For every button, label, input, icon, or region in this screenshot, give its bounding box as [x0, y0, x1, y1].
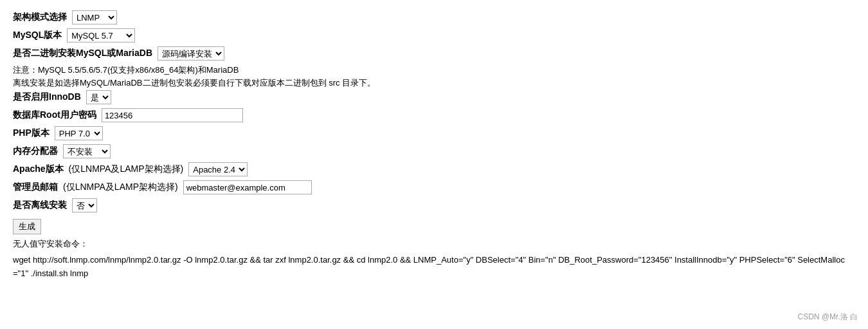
email-input[interactable]	[183, 180, 312, 194]
command-label: 无人值守安装命令：	[13, 238, 855, 250]
php-row: PHP版本 PHP 5.2 PHP 5.3 PHP 5.4 PHP 5.5 PH…	[13, 126, 855, 140]
generate-row: 生成	[13, 216, 855, 238]
email-label: 管理员邮箱	[13, 182, 58, 193]
apache-label: Apache版本	[13, 164, 64, 175]
note2: 离线安装是如选择MySQL/MariaDB二进制包安装必须要自行下载对应版本二进…	[13, 77, 855, 89]
php-select[interactable]: PHP 5.2 PHP 5.3 PHP 5.4 PHP 5.5 PHP 5.6 …	[55, 126, 103, 140]
innodb-label: 是否启用InnoDB	[13, 91, 81, 103]
apache-select[interactable]: Apache 2.2 Apache 2.4	[188, 162, 248, 176]
malloc-select[interactable]: 不安装 jemalloc tcmalloc	[63, 144, 111, 158]
arch-row: 架构模式选择 LNMP LNMPA LAMP	[13, 10, 855, 24]
email-row: 管理员邮箱 (仅LNMPA及LAMP架构选择)	[13, 180, 855, 194]
mysql-select[interactable]: MySQL 5.5 MySQL 5.6 MySQL 5.7 MySQL 8.0 …	[67, 28, 135, 42]
binary-select[interactable]: 源码编译安装 二进制安装	[158, 46, 224, 61]
apache-row: Apache版本 (仅LNMPA及LAMP架构选择) Apache 2.2 Ap…	[13, 162, 855, 176]
innodb-row: 是否启用InnoDB 是 否	[13, 90, 855, 104]
arch-label: 架构模式选择	[13, 12, 67, 23]
command-text: wget http://soft.lnmp.com/lnmp/lnmp2.0.t…	[13, 254, 855, 281]
binary-row: 是否二进制安装MySQL或MariaDB 源码编译安装 二进制安装	[13, 46, 855, 61]
offline-label: 是否离线安装	[13, 200, 67, 211]
dbpwd-label: 数据库Root用户密码	[13, 109, 96, 121]
php-label: PHP版本	[13, 127, 50, 139]
apache-note: (仅LNMPA及LAMP架构选择)	[69, 164, 184, 175]
arch-select[interactable]: LNMP LNMPA LAMP	[72, 10, 117, 24]
command-block: wget http://soft.lnmp.com/lnmp/lnmp2.0.t…	[13, 252, 855, 282]
email-note: (仅LNMPA及LAMP架构选择)	[63, 182, 178, 193]
mysql-row: MySQL版本 MySQL 5.5 MySQL 5.6 MySQL 5.7 My…	[13, 28, 855, 42]
offline-row: 是否离线安装 是 否	[13, 198, 855, 212]
dbpwd-input[interactable]	[102, 108, 243, 122]
watermark: CSDN @Mr.洛 白	[797, 312, 858, 323]
malloc-row: 内存分配器 不安装 jemalloc tcmalloc	[13, 144, 855, 158]
malloc-label: 内存分配器	[13, 146, 58, 157]
generate-button[interactable]: 生成	[13, 219, 41, 234]
dbpwd-row: 数据库Root用户密码	[13, 108, 855, 122]
binary-label: 是否二进制安装MySQL或MariaDB	[13, 48, 152, 59]
mysql-label: MySQL版本	[13, 30, 62, 41]
innodb-select[interactable]: 是 否	[86, 90, 111, 104]
note1: 注意：MySQL 5.5/5.6/5.7(仅支持x86/x86_64架构)和Ma…	[13, 64, 855, 76]
offline-select[interactable]: 是 否	[72, 198, 97, 212]
